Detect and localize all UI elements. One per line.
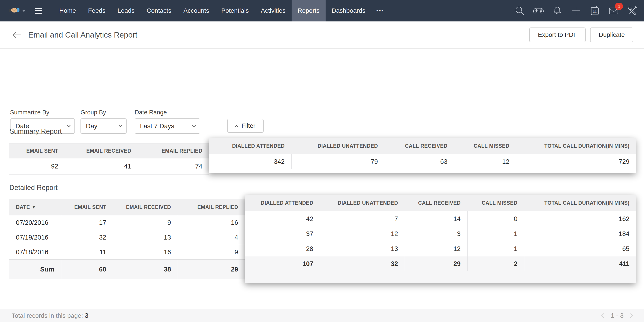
pagination-prev-icon[interactable] xyxy=(601,313,606,318)
table-row: 42 7 14 0 162 xyxy=(245,211,636,226)
column-header: CALL RECEIVED xyxy=(405,195,467,211)
export-to-pdf-button[interactable]: Export to PDF xyxy=(529,27,586,42)
date-range-value: Last 7 Days xyxy=(140,122,174,130)
date-cell: 07/18/2016 xyxy=(9,245,61,260)
column-header: TOTAL CALL DURATION(IN MINS) xyxy=(524,195,636,211)
value-cell: 12 xyxy=(320,226,405,241)
date-header-label: DATE xyxy=(16,204,30,210)
gamepad-icon[interactable] xyxy=(533,5,544,16)
value-cell: 13 xyxy=(320,241,405,256)
filter-toggle-button[interactable]: Filter xyxy=(227,119,264,133)
column-header: DIALLED ATTENDED xyxy=(245,195,320,211)
add-plus-icon[interactable] xyxy=(571,5,582,16)
top-navigation-bar: Home Feeds Leads Contacts Accounts Poten… xyxy=(0,0,644,21)
summary-email-table: EMAIL SENT EMAIL RECEIVED EMAIL REPLIED … xyxy=(9,143,209,175)
value-cell: 184 xyxy=(524,226,636,241)
nav-item-home[interactable]: Home xyxy=(53,0,82,21)
column-header: EMAIL RECEIVED xyxy=(65,143,138,158)
value-cell: 28 xyxy=(245,241,320,256)
summary-call-table-panel: DIALLED ATTENDED DIALLED UNATTENDED CALL… xyxy=(209,138,636,173)
table-row: 07/19/2016 32 13 4 xyxy=(9,230,245,245)
nav-item-contacts[interactable]: Contacts xyxy=(141,0,178,21)
column-header: CALL MISSED xyxy=(454,138,516,154)
nav-item-accounts[interactable]: Accounts xyxy=(177,0,215,21)
column-header: CALL RECEIVED xyxy=(384,138,454,154)
sum-value-cell: 107 xyxy=(245,256,320,271)
sum-row: 107 32 29 2 411 xyxy=(245,256,636,271)
date-range-label: Date Range xyxy=(134,109,167,116)
back-arrow-icon[interactable] xyxy=(11,29,22,40)
detailed-call-table-panel: DIALLED ATTENDED DIALLED UNATTENDED CALL… xyxy=(245,195,636,283)
column-header: DIALLED UNATTENDED xyxy=(291,138,384,154)
total-records-value: 3 xyxy=(85,312,88,319)
column-header: TOTAL CALL DURATION(IN MINS) xyxy=(516,138,636,154)
pagination-next-icon[interactable] xyxy=(628,313,633,318)
nav-item-leads[interactable]: Leads xyxy=(112,0,141,21)
nav-more-menu[interactable]: ••• xyxy=(372,7,389,14)
detailed-email-header-row: DATE ▾ EMAIL SENT EMAIL RECEIVED EMAIL R… xyxy=(9,199,245,215)
logo-caret-icon xyxy=(22,9,26,12)
duplicate-button[interactable]: Duplicate xyxy=(590,27,633,42)
value-cell: 9 xyxy=(113,215,178,230)
panel-padding xyxy=(209,169,636,173)
column-header: EMAIL REPLIED xyxy=(138,143,209,158)
value-cell: 41 xyxy=(65,158,138,174)
date-cell: 07/20/2016 xyxy=(9,215,61,230)
sort-descending-icon: ▾ xyxy=(33,204,35,210)
value-cell: 4 xyxy=(178,230,245,245)
column-header: EMAIL REPLIED xyxy=(178,199,245,215)
sum-value-cell: 2 xyxy=(467,256,524,271)
value-cell: 11 xyxy=(61,245,113,260)
calendar-icon[interactable]: 31 xyxy=(590,5,600,16)
chevron-down-icon xyxy=(192,124,196,127)
date-range-select[interactable]: Last 7 Days xyxy=(134,118,200,134)
report-header: Email and Call Analytics Report Export t… xyxy=(0,21,644,49)
svg-text:31: 31 xyxy=(593,9,597,13)
group-by-label: Group By xyxy=(80,109,106,116)
page: Home Feeds Leads Contacts Accounts Poten… xyxy=(0,0,644,322)
table-row: 07/20/2016 17 9 16 xyxy=(9,215,245,230)
nav-item-potentials[interactable]: Potentials xyxy=(215,0,255,21)
search-icon[interactable] xyxy=(514,5,525,16)
chevron-down-icon xyxy=(119,124,122,127)
org-logo-menu[interactable] xyxy=(9,5,26,16)
nav-item-dashboards[interactable]: Dashboards xyxy=(326,0,372,21)
value-cell: 92 xyxy=(9,158,65,174)
group-by-value: Day xyxy=(86,122,98,130)
mail-icon[interactable]: 1 xyxy=(608,5,619,16)
date-column-header[interactable]: DATE ▾ xyxy=(9,199,61,215)
column-header: DIALLED ATTENDED xyxy=(209,138,291,154)
sum-value-cell: 60 xyxy=(61,260,113,279)
notifications-bell-icon[interactable] xyxy=(552,5,562,16)
chevron-down-icon xyxy=(67,124,71,127)
value-cell: 162 xyxy=(524,211,636,226)
sum-value-cell: 32 xyxy=(320,256,405,271)
nav-icon-group: 31 1 xyxy=(514,5,638,16)
column-header: CALL MISSED xyxy=(467,195,524,211)
column-header: DIALLED UNATTENDED xyxy=(320,195,405,211)
summary-call-header-row: DIALLED ATTENDED DIALLED UNATTENDED CALL… xyxy=(209,138,636,154)
summary-report-title: Summary Report xyxy=(10,127,62,135)
value-cell: 729 xyxy=(516,154,636,169)
pagination-range: 1 - 3 xyxy=(611,312,624,319)
pagination: 1 - 3 xyxy=(602,312,632,319)
sum-label-cell: Sum xyxy=(9,260,61,279)
nav-item-feeds[interactable]: Feeds xyxy=(82,0,112,21)
filters-section: Summarize By Group By Date Range Date Da… xyxy=(0,49,644,125)
summary-email-header-row: EMAIL SENT EMAIL RECEIVED EMAIL REPLIED xyxy=(9,143,209,158)
sum-value-cell: 38 xyxy=(113,260,178,279)
value-cell: 32 xyxy=(61,230,113,245)
detailed-call-header-row: DIALLED ATTENDED DIALLED UNATTENDED CALL… xyxy=(245,195,636,211)
date-cell: 07/19/2016 xyxy=(9,230,61,245)
hamburger-menu-icon[interactable] xyxy=(33,5,44,16)
group-by-select[interactable]: Day xyxy=(80,118,126,134)
nav-item-reports[interactable]: Reports xyxy=(292,0,326,21)
footer-bar: Total records in this page:3 1 - 3 xyxy=(0,309,644,322)
handshake-logo-icon xyxy=(9,5,20,16)
sum-value-cell: 29 xyxy=(405,256,467,271)
detailed-report-title: Detailed Report xyxy=(10,184,58,192)
nav-item-activities[interactable]: Activities xyxy=(255,0,291,21)
tools-settings-icon[interactable] xyxy=(627,5,638,16)
column-header: EMAIL SENT xyxy=(9,143,65,158)
value-cell: 74 xyxy=(138,158,209,174)
